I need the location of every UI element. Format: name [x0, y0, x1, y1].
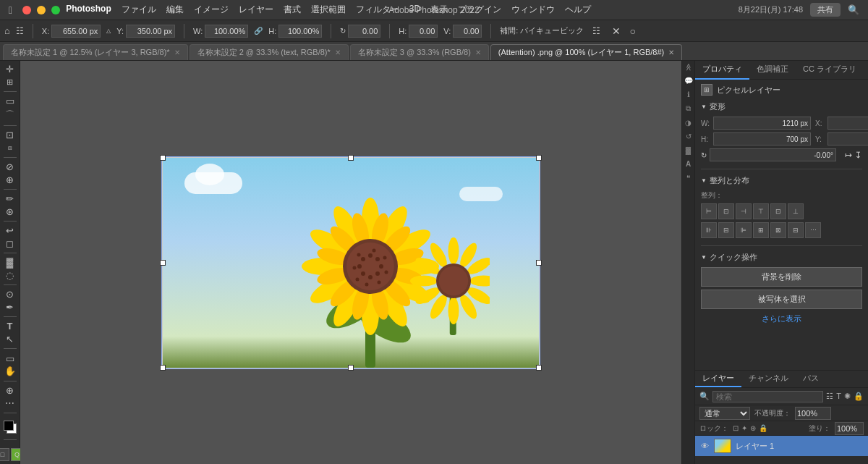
slice-tool[interactable]: ⧈	[2, 142, 18, 153]
menu-edit[interactable]: 編集	[166, 4, 184, 16]
strip-gradient-icon[interactable]: ▓	[686, 146, 691, 154]
handle-tc[interactable]	[348, 155, 354, 161]
tab-3[interactable]: (Attention) .png @ 100% (レイヤー 1, RGB/8#)…	[490, 44, 682, 60]
tab-close-2[interactable]: ✕	[475, 48, 481, 56]
history-brush[interactable]: ↩	[2, 225, 18, 237]
tab-2[interactable]: 名称未設定 3 @ 33.3% (RGB/8) ✕	[350, 44, 489, 60]
marquee-tool[interactable]: ▭	[2, 96, 18, 107]
minimize-button[interactable]	[37, 6, 46, 14]
strip-letter-icon[interactable]: A	[686, 160, 691, 168]
menu-photoshop[interactable]: Photoshop	[66, 4, 111, 16]
handle-bc[interactable]	[348, 365, 354, 371]
maximize-button[interactable]	[51, 6, 60, 14]
y-input[interactable]	[126, 25, 175, 38]
w-input[interactable]	[205, 25, 248, 38]
tab-close-0[interactable]: ✕	[174, 48, 180, 56]
zoom-tool[interactable]: ⊕	[2, 384, 18, 396]
search-icon[interactable]: 🔍	[848, 4, 859, 15]
distrib-right-btn[interactable]: ⊫	[736, 222, 752, 238]
align-left-btn[interactable]: ⊢	[701, 203, 717, 219]
strip-layers-icon[interactable]: ⧉	[686, 104, 691, 113]
fg-bg-block[interactable]	[2, 419, 18, 435]
channels-tab[interactable]: チャンネル	[741, 371, 796, 387]
more-link[interactable]: さらに表示	[701, 312, 862, 326]
home-icon[interactable]: ⌂	[4, 25, 10, 36]
link-icon[interactable]: 🔗	[254, 27, 263, 35]
transform-x-input[interactable]	[827, 117, 868, 130]
layer-lock-icon[interactable]: 🔒	[854, 392, 864, 401]
align-right-btn[interactable]: ⊣	[736, 203, 752, 219]
healing-tool[interactable]: ⊕	[2, 174, 18, 185]
dodge-tool[interactable]: ⊙	[2, 289, 18, 300]
pen-tool[interactable]: ✒	[2, 302, 18, 313]
v-input[interactable]	[453, 25, 482, 38]
blend-mode-select[interactable]: 通常	[699, 407, 750, 420]
artboard-tool[interactable]: ⊞	[2, 77, 18, 88]
h-input[interactable]	[278, 25, 322, 38]
quick-actions-header[interactable]: ▼ クイック操作	[701, 252, 862, 263]
align-top-btn[interactable]: ⊤	[753, 203, 769, 219]
paths-tab[interactable]: パス	[796, 371, 826, 387]
layer-kind-icon[interactable]: ☷	[826, 392, 833, 401]
apple-icon[interactable]: 	[9, 4, 12, 16]
rotation-input[interactable]	[348, 25, 380, 38]
flip-h-icon[interactable]: ↦	[845, 150, 852, 160]
hand-tool[interactable]: ✋	[2, 366, 18, 377]
layers-search-input[interactable]	[712, 391, 823, 402]
align-section-header[interactable]: ▼ 整列と分布	[701, 175, 862, 186]
lock-all-icon[interactable]: 🔒	[759, 424, 767, 432]
x-input[interactable]	[51, 25, 101, 38]
cancel-transform-icon[interactable]: ✕	[612, 25, 621, 37]
strip-quote-icon[interactable]: ❝	[686, 174, 690, 182]
h2-input[interactable]	[409, 25, 438, 38]
strip-info-icon[interactable]: ℹ	[687, 90, 690, 98]
normal-mode-icon[interactable]: □	[0, 448, 9, 461]
path-tool[interactable]: ↖	[2, 334, 18, 345]
more-align-btn[interactable]: ⋯	[805, 222, 821, 238]
brush-tool[interactable]: ✏	[2, 193, 18, 205]
rotation-input[interactable]	[710, 148, 836, 161]
distrib-bottom-btn[interactable]: ⊟	[788, 222, 804, 238]
grid-icon[interactable]: ☷	[16, 26, 24, 36]
flip-v-icon[interactable]: ↦	[854, 151, 864, 159]
canvas-area[interactable]	[20, 61, 681, 464]
layers-tab[interactable]: レイヤー	[695, 371, 741, 387]
menu-help[interactable]: ヘルプ	[565, 4, 591, 16]
lock-position-icon[interactable]: ✦	[741, 424, 747, 432]
strip-adjust-icon[interactable]: ◑	[685, 119, 692, 127]
lock-pixel-icon[interactable]: ⊡	[733, 424, 739, 432]
menu-file[interactable]: ファイル	[122, 4, 156, 16]
transform-h-input[interactable]	[713, 132, 811, 145]
layer-item-1[interactable]: 👁 レイヤー 1	[695, 436, 868, 456]
tab-properties[interactable]: プロパティ	[695, 61, 749, 80]
tab-0[interactable]: 名称未設定 1 @ 12.5% (レイヤー 3, RGB/8)* ✕	[3, 44, 188, 60]
remove-bg-button[interactable]: 背景を削除	[701, 267, 862, 287]
handle-br[interactable]	[536, 365, 542, 371]
distrib-center-btn[interactable]: ⊟	[718, 222, 734, 238]
align-bottom-btn[interactable]: ⊥	[788, 203, 804, 219]
select-subject-button[interactable]: 被写体を選択	[701, 290, 862, 309]
gradient-tool[interactable]: ▓	[2, 257, 18, 269]
distrib-left-btn[interactable]: ⊪	[701, 222, 717, 238]
handle-tr[interactable]	[536, 155, 542, 161]
close-button[interactable]	[22, 6, 31, 14]
menu-window[interactable]: ウィンドウ	[511, 4, 555, 16]
eyedropper-tool[interactable]: ⊘	[2, 161, 18, 173]
lock-artboard-icon[interactable]: ⊛	[750, 424, 756, 432]
stamp-tool[interactable]: ⊛	[2, 206, 18, 217]
distrib-middle-btn[interactable]: ⊠	[770, 222, 786, 238]
fill-input[interactable]	[835, 422, 864, 435]
layer-t-icon[interactable]: T	[836, 392, 841, 401]
grid2-icon[interactable]: ☷	[592, 26, 600, 36]
move-tool[interactable]: ✛	[2, 64, 18, 75]
menu-text[interactable]: 書式	[284, 4, 301, 16]
commit-transform-icon[interactable]: ○	[629, 25, 635, 37]
handle-ml[interactable]	[160, 260, 166, 266]
align-center-v-btn[interactable]: ⊡	[770, 203, 786, 219]
strip-icon-1[interactable]: ≫	[684, 64, 692, 71]
menu-image[interactable]: イメージ	[194, 4, 229, 16]
share-button[interactable]: 共有	[810, 3, 841, 17]
lasso-tool[interactable]: ⌒	[2, 109, 18, 122]
shape-tool[interactable]: ▭	[2, 353, 18, 364]
eraser-tool[interactable]: ◻	[2, 237, 18, 249]
